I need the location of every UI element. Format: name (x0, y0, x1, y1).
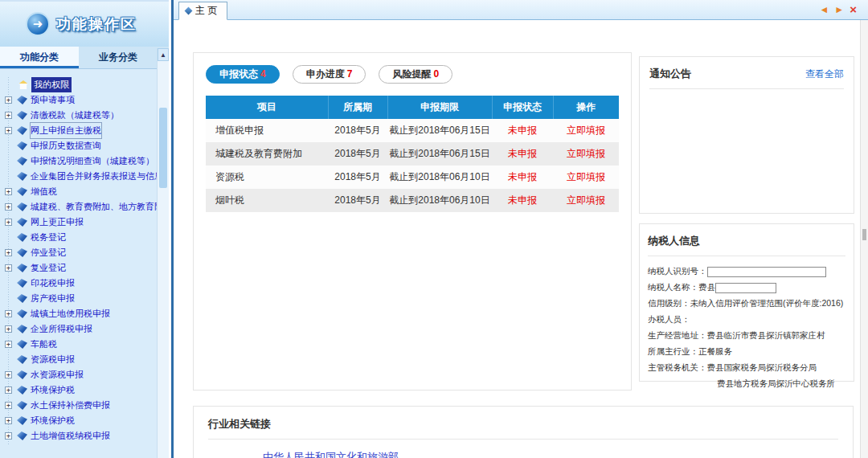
industry-link[interactable]: 中华人民共和国文化和旅游部 (263, 450, 399, 458)
sidebar-tree-item[interactable]: + 复业登记 (0, 260, 169, 276)
sidebar-tree-item[interactable]: + 企业所得税申报 (0, 321, 169, 337)
tree-item-label: 增值税 (31, 184, 57, 199)
sidebar-tree-item[interactable]: + 申报情况明细查询（城建税等） (0, 153, 169, 169)
pill-count-badge: 7 (347, 68, 353, 80)
view-all-link[interactable]: 查看全部 (805, 67, 844, 81)
sidebar-tree-item[interactable]: + 土地增值税纳税申报 (0, 428, 169, 444)
expand-plus-icon[interactable]: + (5, 249, 12, 256)
sidebar-tree-item[interactable]: + 房产税申报 (0, 291, 169, 306)
expand-plus-icon[interactable]: + (5, 432, 12, 440)
sidebar-tree-item[interactable]: + 环境保护税 (0, 382, 169, 398)
declaration-panel: 申报状态4申办进度7风险提醒0 项目所属期申报期限申报状态操作 增值税申报201… (193, 52, 632, 391)
tab-diamond-icon (185, 7, 193, 15)
cell-deadline: 截止到2018年06月15日 (387, 142, 492, 166)
main-scrollbar[interactable] (860, 20, 868, 458)
sidebar-tree-item[interactable]: + 水资源税申报 (0, 367, 169, 382)
sidebar-tree-item[interactable]: + 网上申报自主缴税 (0, 123, 169, 138)
sidebar-tree-item[interactable]: + 水土保持补偿费申报 (0, 398, 169, 413)
declaration-tab[interactable]: 申办进度7 (293, 65, 366, 84)
fill-now-link[interactable]: 立即填报 (553, 189, 619, 212)
sidebar-tree-item[interactable]: + 清缴税款（城建税等） (0, 108, 169, 123)
sidebar-tree-item[interactable]: + 城建税、教育费附加、地方教育附加税（ (0, 199, 169, 215)
sidebar-tree-item[interactable]: + 烟叶税申报 (0, 444, 169, 445)
sidebar-tree-item[interactable]: + 印花税申报 (0, 276, 169, 291)
cell-status: 未申报 (492, 142, 553, 166)
sidebar-tree-item[interactable]: + 企业集团合并财务报表报送与信息采集 (0, 169, 169, 184)
book-icon (17, 386, 27, 395)
tree-item-label: 环境保护税 (31, 382, 75, 398)
expand-plus-icon[interactable]: + (5, 310, 12, 317)
redacted-value (707, 267, 826, 277)
cell-deadline: 截止到2018年06月10日 (387, 166, 492, 189)
cell-status: 未申报 (492, 166, 553, 189)
book-icon (17, 370, 27, 379)
tab-home[interactable]: 主 页 (178, 2, 227, 20)
tab-business-category[interactable]: 业务分类 (79, 47, 158, 68)
expand-plus-icon[interactable]: + (5, 417, 12, 424)
tab-scroll-left-icon[interactable]: ◄ (819, 2, 829, 17)
fill-now-link[interactable]: 立即填报 (553, 142, 619, 166)
declaration-tab[interactable]: 风险提醒0 (379, 65, 452, 84)
expand-plus-icon[interactable]: + (5, 264, 12, 272)
sidebar-tree-item[interactable]: + 环境保护税 (0, 413, 169, 428)
sidebar-tree-item[interactable]: + 网上更正申报 (0, 215, 169, 230)
expand-plus-icon[interactable]: + (5, 219, 12, 226)
close-tab-icon[interactable]: × (850, 2, 857, 17)
sidebar-tree-item[interactable]: + 增值税 (0, 184, 169, 199)
field-label: 所属主行业： (648, 346, 698, 356)
cell-item: 烟叶税 (206, 189, 328, 212)
book-icon (17, 264, 27, 272)
book-icon (17, 202, 27, 211)
field-value: 费县国家税务局探沂税务分局 (707, 362, 817, 372)
expand-plus-icon[interactable]: + (5, 402, 12, 409)
redacted-value (715, 283, 776, 293)
expand-plus-icon[interactable]: + (5, 325, 12, 333)
sidebar-scrollbar[interactable]: ▲ (157, 48, 169, 458)
book-icon (17, 187, 27, 196)
sidebar-tree-item[interactable]: + 我的权限 (0, 77, 169, 92)
expand-plus-icon[interactable]: + (5, 203, 12, 211)
sidebar-tree-item[interactable]: + 预申请事项 (0, 92, 169, 108)
field-value: 正餐服务 (698, 346, 732, 356)
tab-scroll-right-icon[interactable]: ► (834, 2, 844, 17)
cell-item: 资源税 (206, 166, 328, 189)
sidebar-tree-item[interactable]: + 城镇土地使用税申报 (0, 306, 169, 321)
expand-plus-icon[interactable]: + (5, 371, 12, 378)
sidebar-tree-item[interactable]: + 资源税申报 (0, 352, 169, 367)
sidebar-tree-item[interactable]: + 车船税 (0, 337, 169, 352)
table-row: 资源税2018年5月截止到2018年06月10日未申报立即填报 (206, 166, 619, 189)
book-icon (17, 141, 27, 150)
book-icon (17, 96, 27, 104)
sidebar-tree-item[interactable]: + 税务登记 (0, 230, 169, 245)
expand-plus-icon[interactable]: + (5, 386, 12, 394)
expand-plus-icon[interactable]: + (5, 188, 12, 195)
fill-now-link[interactable]: 立即填报 (553, 119, 619, 142)
book-icon (17, 111, 27, 120)
taxpayer-panel: 纳税人信息 纳税人识别号：纳税人名称：费县信用级别：未纳入信用评价管理范围(评价… (639, 223, 854, 382)
book-icon (17, 218, 27, 227)
tree-item-label: 复业登记 (31, 260, 66, 276)
declaration-tab[interactable]: 申报状态4 (206, 65, 280, 84)
expand-plus-icon[interactable]: + (5, 341, 12, 348)
sidebar-tree-item[interactable]: + 停业登记 (0, 245, 169, 260)
main-area: 主 页 ◄ ► × 申报状态4申办进度7风险提醒0 项目所属期申报期限申报状态操… (174, 0, 868, 458)
sidebar-tree-item[interactable]: + 申报历史数据查询 (0, 138, 169, 153)
tree-item-label: 企业所得税申报 (31, 321, 92, 337)
fill-now-link[interactable]: 立即填报 (553, 166, 619, 189)
main-scroll-thumb[interactable] (862, 229, 866, 240)
tree-item-label: 清缴税款（城建税等） (31, 108, 119, 123)
taxpayer-field: 生产经营地址：费县临沂市费县探沂镇郭家庄村 (648, 327, 845, 343)
expand-plus-icon[interactable]: + (5, 112, 12, 119)
taxpayer-field: 纳税人识别号： (648, 263, 845, 279)
field-value: 费县地方税务局探沂中心税务所 (717, 378, 835, 388)
expand-plus-icon[interactable]: + (5, 127, 12, 134)
pill-count-badge: 0 (433, 68, 439, 80)
tab-function-category[interactable]: 功能分类 (0, 47, 79, 68)
book-icon (17, 309, 27, 318)
taxpayer-fields: 纳税人识别号：纳税人名称：费县信用级别：未纳入信用评价管理范围(评价年度:201… (648, 263, 845, 391)
declaration-tabs: 申报状态4申办进度7风险提醒0 (206, 65, 619, 84)
cell-status: 未申报 (492, 189, 553, 212)
expand-plus-icon[interactable]: + (5, 96, 12, 104)
scroll-up-icon[interactable]: ▲ (158, 48, 169, 61)
sidebar-scroll-thumb[interactable] (159, 108, 167, 188)
